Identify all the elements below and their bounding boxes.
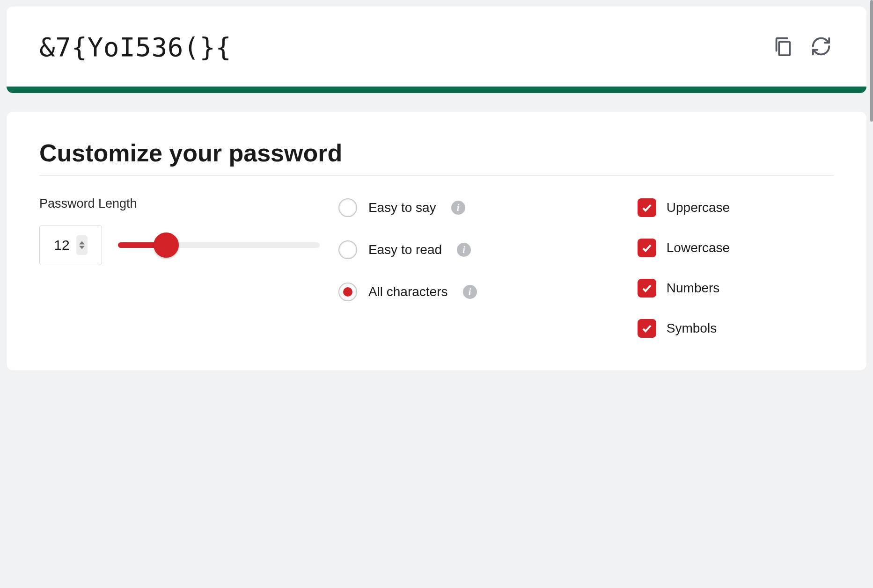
radio-input[interactable] xyxy=(338,240,357,259)
chevron-down-icon xyxy=(79,245,85,250)
check-symbols[interactable]: Symbols xyxy=(638,319,834,338)
radio-label: Easy to say xyxy=(368,200,436,215)
radio-label: All characters xyxy=(368,284,448,299)
password-actions xyxy=(770,34,834,60)
check-icon xyxy=(641,242,653,254)
character-set-radios: Easy to say i Easy to read i All charact… xyxy=(338,196,619,301)
checkbox-input[interactable] xyxy=(638,279,656,298)
check-numbers[interactable]: Numbers xyxy=(638,279,834,298)
password-row: &7{YoI536(}{ xyxy=(39,32,834,62)
radio-label: Easy to read xyxy=(368,242,442,257)
check-uppercase[interactable]: Uppercase xyxy=(638,198,834,217)
strength-bar xyxy=(7,87,866,93)
info-icon[interactable]: i xyxy=(463,285,477,299)
radio-input[interactable] xyxy=(338,198,357,217)
options-grid: Password Length 12 Easy xyxy=(39,196,834,338)
checkbox-input[interactable] xyxy=(638,198,656,217)
radio-all-characters[interactable]: All characters i xyxy=(338,283,619,301)
regenerate-button[interactable] xyxy=(808,34,834,60)
svg-rect-0 xyxy=(779,42,790,55)
checkbox-label: Numbers xyxy=(667,281,720,296)
password-display-card: &7{YoI536(}{ xyxy=(7,7,866,93)
section-title: Customize your password xyxy=(39,139,834,176)
checkbox-label: Lowercase xyxy=(667,240,730,255)
check-icon xyxy=(641,323,653,334)
radio-easy-to-read[interactable]: Easy to read i xyxy=(338,240,619,259)
customize-card: Customize your password Password Length … xyxy=(7,112,866,370)
info-icon[interactable]: i xyxy=(451,201,465,215)
chevron-up-icon xyxy=(79,240,85,245)
length-stepper[interactable] xyxy=(76,235,88,255)
length-value: 12 xyxy=(54,237,69,253)
check-icon xyxy=(641,202,653,213)
radio-input[interactable] xyxy=(338,283,357,301)
radio-easy-to-say[interactable]: Easy to say i xyxy=(338,198,619,217)
length-controls: 12 xyxy=(39,225,320,265)
character-type-checks: Uppercase Lowercase Numbers Symbols xyxy=(638,196,834,338)
copy-button[interactable] xyxy=(770,34,795,60)
length-slider[interactable] xyxy=(118,231,320,259)
checkbox-label: Uppercase xyxy=(667,200,730,215)
length-label: Password Length xyxy=(39,196,320,211)
length-column: Password Length 12 xyxy=(39,196,320,265)
checkbox-input[interactable] xyxy=(638,319,656,338)
refresh-icon xyxy=(810,36,832,58)
check-icon xyxy=(641,283,653,294)
copy-icon xyxy=(772,36,793,58)
info-icon[interactable]: i xyxy=(457,243,471,257)
checkbox-input[interactable] xyxy=(638,239,656,257)
slider-thumb[interactable] xyxy=(154,232,179,258)
generated-password: &7{YoI536(}{ xyxy=(39,32,232,62)
checkbox-label: Symbols xyxy=(667,321,717,336)
check-lowercase[interactable]: Lowercase xyxy=(638,239,834,257)
scrollbar[interactable] xyxy=(870,0,873,122)
length-input[interactable]: 12 xyxy=(39,225,102,265)
